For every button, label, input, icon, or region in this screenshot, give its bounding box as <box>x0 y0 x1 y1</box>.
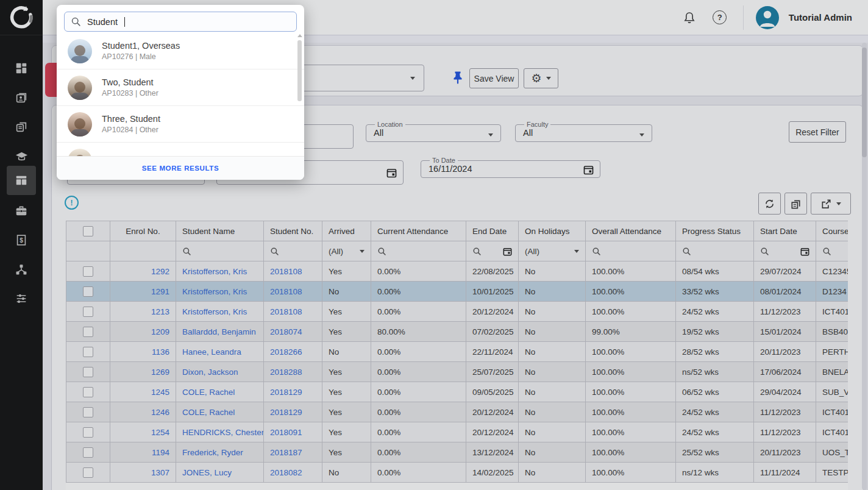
search-result-item[interactable]: Three, Student AP10284 | Other <box>57 105 304 142</box>
popup-scrollbar[interactable] <box>297 34 302 161</box>
result-name: Student1, Overseas <box>102 41 180 51</box>
search-result-item[interactable]: Student1, Overseas AP10276 | Male <box>57 33 304 69</box>
search-result-item[interactable]: Two, Student AP10283 | Other <box>57 69 304 105</box>
text-cursor <box>124 17 125 27</box>
avatar <box>68 112 92 137</box>
result-meta: AP10284 | Other <box>102 126 160 134</box>
result-name: Two, Student <box>102 77 158 87</box>
avatar <box>68 39 92 63</box>
search-footer: SEE MORE RESULTS <box>57 156 304 180</box>
result-meta: AP10283 | Other <box>102 89 158 98</box>
avatar <box>68 76 92 100</box>
student-search-popup: Student Student1, Overseas AP10276 | Mal… <box>57 5 304 180</box>
search-query: Student <box>87 17 118 27</box>
app-window: $ ? Tutorial Admin <box>0 0 868 490</box>
search-results-list: Student1, Overseas AP10276 | Male Two, S… <box>57 33 304 162</box>
result-name: Three, Student <box>102 114 160 124</box>
result-meta: AP10276 | Male <box>102 52 180 61</box>
search-input[interactable]: Student <box>64 12 297 32</box>
see-more-results-link[interactable]: SEE MORE RESULTS <box>142 165 219 172</box>
search-icon <box>71 16 81 27</box>
